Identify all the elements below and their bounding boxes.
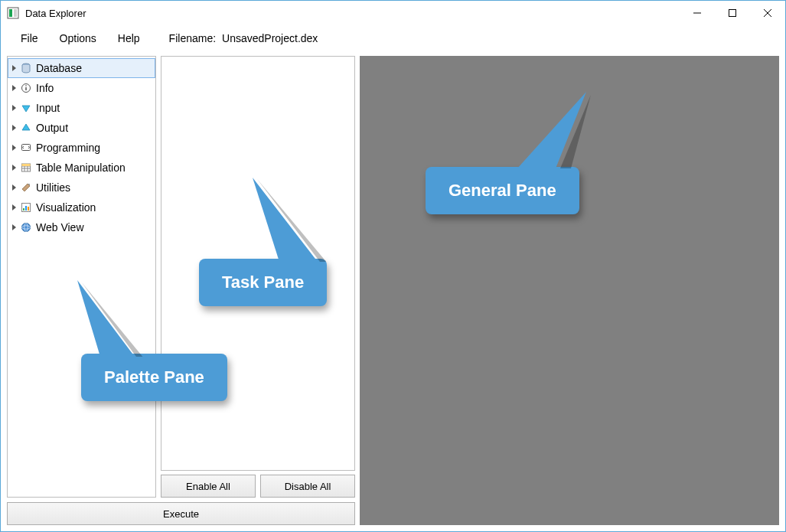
tree-item-visualization[interactable]: Visualization [8, 197, 155, 217]
svg-marker-12 [22, 124, 30, 130]
svg-rect-1 [9, 9, 12, 17]
enable-all-button[interactable]: Enable All [161, 475, 256, 498]
output-icon [20, 122, 32, 134]
execute-button[interactable]: Execute [7, 502, 355, 525]
task-buttons: Enable All Disable All [161, 475, 355, 498]
chevron-right-icon [12, 65, 16, 71]
menu-file[interactable]: File [11, 28, 47, 49]
titlebar: Data Explorer [1, 1, 785, 25]
tree-item-table[interactable]: Table Manipulation [8, 158, 155, 178]
programming-icon [20, 142, 32, 154]
callout-palette: Palette Pane [81, 354, 227, 401]
svg-point-25 [22, 224, 31, 232]
close-button[interactable] [750, 1, 785, 25]
info-icon [20, 82, 32, 94]
tree-label: Table Manipulation [36, 162, 126, 174]
main-window: Data Explorer File Options Help Filename… [0, 0, 786, 532]
minimize-button[interactable] [680, 1, 715, 25]
maximize-button[interactable] [715, 1, 750, 25]
web-icon [20, 221, 32, 233]
svg-rect-22 [23, 208, 24, 211]
svg-rect-23 [25, 206, 27, 211]
visualization-icon [20, 201, 32, 214]
table-icon [20, 162, 32, 174]
tree-label: Input [36, 102, 60, 114]
input-icon [20, 102, 32, 114]
tree-label: Database [36, 62, 82, 74]
tree-item-utilities[interactable]: Utilities [8, 178, 155, 197]
chevron-right-icon [12, 85, 16, 91]
svg-rect-4 [729, 10, 736, 17]
disable-all-button[interactable]: Disable All [260, 475, 355, 498]
menubar: File Options Help Filename: UnsavedProje… [1, 25, 785, 51]
tree-item-programming[interactable]: Programming [8, 138, 155, 158]
chevron-right-icon [12, 184, 16, 191]
menu-options[interactable]: Options [51, 28, 106, 49]
tree-label: Programming [36, 142, 100, 154]
svg-marker-28 [517, 92, 586, 168]
chevron-right-icon [12, 145, 16, 151]
palette-tree: Database Info Input [8, 57, 155, 239]
callout-label: Task Pane [199, 259, 327, 306]
database-icon [20, 62, 32, 74]
tree-item-input[interactable]: Input [8, 98, 155, 118]
tree-label: Info [36, 82, 54, 94]
tree-item-database[interactable]: Database [8, 58, 155, 78]
svg-marker-30 [253, 178, 318, 262]
tree-label: Utilities [36, 181, 70, 194]
menu-help[interactable]: Help [109, 28, 149, 49]
tree-item-webview[interactable]: Web View [8, 217, 155, 237]
callout-label: Palette Pane [81, 354, 227, 401]
svg-point-10 [25, 85, 27, 86]
app-icon [7, 7, 19, 19]
svg-point-20 [28, 184, 30, 185]
tree-label: Visualization [36, 201, 96, 214]
svg-rect-19 [22, 164, 31, 166]
utilities-icon [20, 181, 32, 194]
svg-rect-2 [14, 9, 17, 17]
svg-rect-24 [28, 207, 29, 211]
svg-marker-11 [22, 106, 30, 112]
svg-marker-32 [77, 280, 135, 357]
chevron-right-icon [12, 105, 16, 111]
tree-item-output[interactable]: Output [8, 118, 155, 138]
tree-item-info[interactable]: Info [8, 78, 155, 98]
palette-pane: Database Info Input [7, 56, 156, 498]
callout-label: General Pane [426, 167, 579, 214]
chevron-right-icon [12, 204, 16, 211]
tree-label: Web View [36, 221, 84, 233]
filename-label: Filename: [169, 32, 216, 44]
callout-general: General Pane [426, 167, 579, 214]
chevron-right-icon [12, 165, 16, 171]
chevron-right-icon [12, 224, 16, 230]
tree-label: Output [36, 122, 68, 134]
window-controls [680, 1, 785, 25]
filename-value: UnsavedProject.dex [222, 32, 318, 44]
window-title: Data Explorer [25, 8, 86, 19]
chevron-right-icon [12, 125, 16, 131]
callout-task: Task Pane [199, 259, 327, 306]
